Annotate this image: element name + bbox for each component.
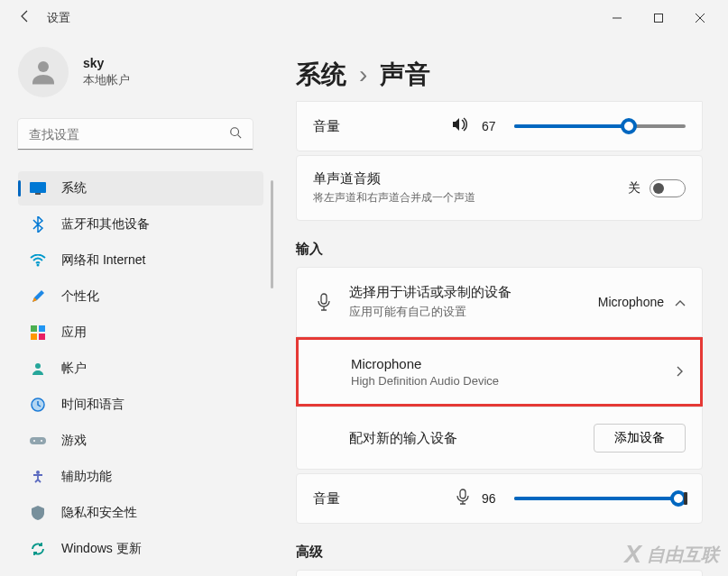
nav-label: 系统 [61, 180, 87, 197]
nav-label: Windows 更新 [61, 541, 142, 557]
svg-rect-12 [31, 334, 37, 340]
nav-accessibility[interactable]: 辅助功能 [18, 460, 263, 494]
nav-privacy[interactable]: 隐私和安全性 [18, 496, 263, 530]
chevron-right-icon: › [359, 60, 367, 89]
profile-block[interactable]: sky 本地帐户 [0, 36, 271, 115]
nav-label: 个性化 [61, 288, 99, 305]
output-volume-card: 音量 67 [296, 101, 703, 151]
output-volume-value: 67 [482, 119, 502, 133]
select-device-sub: 应用可能有自己的设置 [349, 304, 598, 320]
mono-title: 单声道音频 [313, 170, 475, 187]
input-volume-slider[interactable] [514, 497, 686, 500]
wifi-icon [29, 251, 47, 270]
input-section-title: 输入 [296, 241, 703, 258]
breadcrumb-root[interactable]: 系统 [296, 58, 346, 92]
accessibility-icon [29, 468, 47, 486]
device-name: Microphone [351, 356, 677, 371]
minimize-button[interactable] [596, 4, 638, 32]
device-sub: High Definition Audio Device [351, 374, 677, 388]
svg-rect-10 [31, 325, 37, 332]
nav-label: 隐私和安全性 [61, 505, 137, 521]
person-icon [29, 360, 47, 378]
svg-point-18 [33, 440, 35, 442]
svg-rect-1 [655, 14, 663, 23]
svg-point-9 [37, 264, 40, 267]
nav-label: 时间和语言 [61, 397, 124, 413]
chevron-right-icon [677, 364, 684, 380]
shield-icon [29, 504, 47, 522]
microphone-device-row[interactable]: Microphone High Definition Audio Device [296, 337, 703, 407]
breadcrumb: 系统 › 声音 [296, 58, 703, 92]
svg-rect-22 [460, 489, 465, 498]
clock-icon [29, 396, 47, 414]
mono-audio-card: 单声道音频 将左声道和右声道合并成一个声道 关 [296, 155, 703, 221]
input-volume-value: 96 [482, 491, 502, 506]
nav-accounts[interactable]: 帐户 [18, 352, 263, 386]
nav-system[interactable]: 系统 [18, 171, 263, 206]
svg-rect-13 [39, 334, 45, 340]
nav-label: 应用 [61, 325, 87, 341]
svg-rect-8 [35, 193, 41, 195]
output-volume-slider[interactable] [514, 124, 686, 128]
nav-label: 蓝牙和其他设备 [61, 216, 150, 233]
nav-label: 辅助功能 [61, 469, 112, 485]
maximize-button[interactable] [638, 4, 679, 32]
select-device-title: 选择用于讲话或录制的设备 [349, 284, 598, 301]
search-input[interactable] [18, 119, 253, 150]
gamepad-icon [29, 432, 47, 450]
update-icon [29, 540, 47, 558]
profile-subtitle: 本地帐户 [83, 72, 130, 88]
troubleshoot-card[interactable]: 排查常见声音问题 [296, 570, 703, 576]
avatar [18, 47, 69, 97]
profile-name: sky [83, 56, 130, 70]
svg-point-20 [36, 471, 40, 474]
chevron-up-icon [675, 294, 686, 310]
selected-device-value: Microphone [598, 295, 664, 309]
nav-time-language[interactable]: 时间和语言 [18, 388, 263, 422]
mono-subtitle: 将左声道和右声道合并成一个声道 [313, 190, 475, 206]
brush-icon [29, 288, 47, 306]
add-device-button[interactable]: 添加设备 [594, 424, 686, 453]
breadcrumb-current: 声音 [380, 58, 430, 92]
speaker-icon[interactable] [451, 116, 469, 136]
nav-label: 网络和 Internet [61, 252, 145, 269]
select-input-device-row[interactable]: 选择用于讲话或录制的设备 应用可能有自己的设置 Microphone [296, 267, 703, 337]
svg-rect-17 [30, 437, 46, 444]
nav-label: 游戏 [61, 433, 87, 449]
nav-gaming[interactable]: 游戏 [18, 424, 263, 458]
output-volume-label: 音量 [313, 118, 340, 135]
nav-windows-update[interactable]: Windows 更新 [18, 532, 263, 566]
mono-state-label: 关 [628, 180, 640, 197]
back-button[interactable] [7, 9, 43, 27]
svg-rect-21 [321, 294, 327, 304]
svg-point-4 [38, 61, 49, 72]
svg-line-6 [238, 135, 242, 139]
nav-personalization[interactable]: 个性化 [18, 279, 263, 314]
close-button[interactable] [679, 4, 721, 32]
svg-rect-7 [30, 182, 46, 193]
nav-network[interactable]: 网络和 Internet [18, 243, 263, 278]
system-icon [29, 179, 47, 197]
mono-toggle[interactable] [650, 179, 686, 197]
pair-label: 配对新的输入设备 [349, 430, 594, 447]
apps-icon [29, 324, 47, 342]
pair-device-row: 配对新的输入设备 添加设备 [296, 407, 703, 470]
svg-point-19 [41, 440, 42, 442]
microphone-icon [313, 293, 335, 311]
window-title: 设置 [47, 10, 70, 26]
input-volume-card: 音量 96 [296, 473, 703, 524]
nav-label: 帐户 [61, 361, 87, 377]
search-box[interactable] [18, 119, 253, 150]
svg-point-14 [35, 363, 41, 369]
nav-apps[interactable]: 应用 [18, 315, 263, 350]
watermark: X自由互联 [624, 540, 719, 569]
nav-bluetooth[interactable]: 蓝牙和其他设备 [18, 207, 263, 242]
input-volume-label: 音量 [313, 490, 340, 507]
bluetooth-icon [29, 215, 47, 233]
svg-rect-11 [39, 325, 45, 332]
svg-point-5 [231, 128, 239, 136]
search-icon [229, 126, 242, 142]
microphone-icon[interactable] [456, 489, 469, 508]
